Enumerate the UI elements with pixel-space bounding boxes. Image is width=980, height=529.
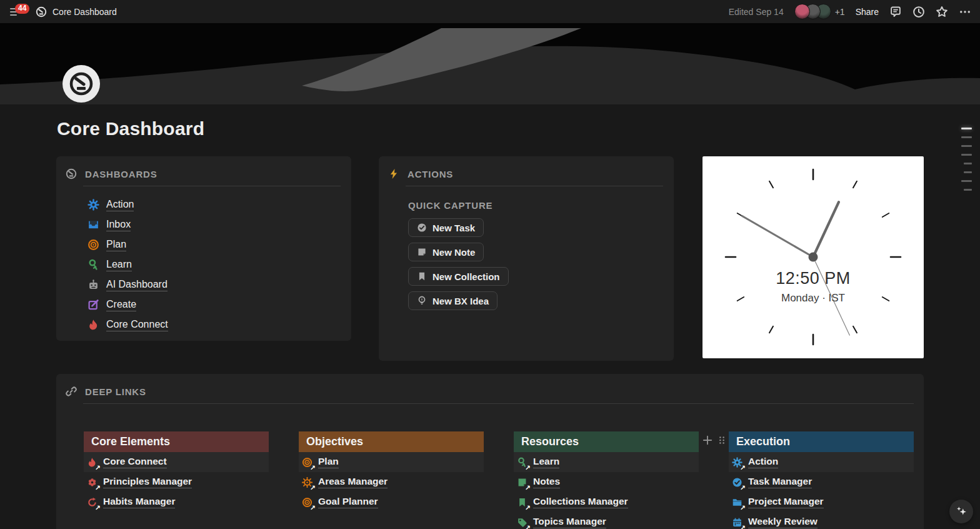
dashboard-link-label[interactable]: Inbox xyxy=(106,218,131,231)
deep-link-label[interactable]: Topics Manager xyxy=(533,516,606,528)
deep-link-label[interactable]: Goal Planner xyxy=(318,496,378,508)
deep-link-label[interactable]: Notes xyxy=(533,476,560,488)
share-button[interactable]: Share xyxy=(856,7,879,17)
page-cover-image[interactable] xyxy=(0,23,980,104)
sidebar-toggle-button[interactable]: 44 xyxy=(9,4,30,19)
outline-dash[interactable] xyxy=(961,154,972,156)
dashboard-link-core-connect[interactable]: Core Connect xyxy=(88,315,351,335)
column-execution: Execution ↗ Action ↗ Task Manager ↗ Proj… xyxy=(729,431,914,529)
deep-link-learn[interactable]: ↗ Learn xyxy=(514,452,699,472)
deep-link-label[interactable]: Action xyxy=(748,456,778,468)
dashboard-link-inbox[interactable]: Inbox xyxy=(88,214,351,234)
deep-link-label[interactable]: Core Connect xyxy=(103,456,167,468)
deep-link-label[interactable]: Plan xyxy=(318,456,339,468)
outline-dash[interactable] xyxy=(961,128,972,129)
quick-capture-new-task-button[interactable]: New Task xyxy=(408,218,484,237)
target-icon xyxy=(88,239,99,251)
deep-link-weekly-review[interactable]: ↗ Weekly Review xyxy=(729,512,914,529)
dashboard-link-label[interactable]: Action xyxy=(106,198,134,211)
dashboard-link-learn[interactable]: Learn xyxy=(88,254,351,275)
page-icon[interactable] xyxy=(62,65,100,103)
deep-link-habits-manager[interactable]: ↗ Habits Manager xyxy=(84,492,269,512)
drag-handle-icon[interactable] xyxy=(717,435,727,445)
last-edited-label: Edited Sep 14 xyxy=(729,7,784,17)
deep-link-label[interactable]: Weekly Review xyxy=(748,516,818,528)
outline-dash[interactable] xyxy=(961,180,972,182)
deep-link-project-manager[interactable]: ↗ Project Manager xyxy=(729,492,914,512)
deep-link-collections-manager[interactable]: ↗ Collections Manager xyxy=(514,492,699,512)
quick-capture-new-collection-button[interactable]: New Collection xyxy=(408,267,509,286)
note-icon xyxy=(417,247,427,257)
avatar-overflow-count[interactable]: +1 xyxy=(835,7,845,17)
external-link-arrow-icon: ↗ xyxy=(740,485,746,491)
column-core-elements: Core Elements ↗ Core Connect ↗ Principle… xyxy=(84,431,269,512)
deep-link-notes[interactable]: ↗ Notes xyxy=(514,472,699,492)
deep-link-label[interactable]: Habits Manager xyxy=(103,496,175,508)
deep-link-label[interactable]: Collections Manager xyxy=(533,496,628,508)
external-link-arrow-icon: ↗ xyxy=(525,465,531,471)
add-column-icon[interactable] xyxy=(702,435,713,446)
button-label: New Note xyxy=(432,247,475,258)
clock-widget[interactable]: 12:50 PM Monday · IST xyxy=(702,156,924,358)
document-outline-indicator[interactable] xyxy=(961,128,972,198)
more-options-icon[interactable] xyxy=(959,6,971,18)
deep-link-goal-planner[interactable]: ↗ Goal Planner xyxy=(299,492,484,512)
dashboard-link-action[interactable]: Action xyxy=(88,194,351,214)
column-header-objectives[interactable]: Objectives xyxy=(299,431,484,452)
external-link-arrow-icon: ↗ xyxy=(95,485,101,491)
favorite-star-icon[interactable] xyxy=(936,6,948,18)
outline-dash[interactable] xyxy=(964,163,972,164)
calendar-icon: ↗ xyxy=(732,517,742,528)
column-title: Objectives xyxy=(306,435,363,448)
dashboard-link-label[interactable]: Plan xyxy=(106,238,126,251)
deep-link-action[interactable]: ↗ Action xyxy=(729,452,914,472)
avatar[interactable] xyxy=(794,4,810,19)
quick-capture-new-bx-idea-button[interactable]: New BX Idea xyxy=(408,291,498,310)
dashboard-link-ai-dashboard[interactable]: AI Dashboard xyxy=(88,275,351,295)
bookmark-icon xyxy=(417,271,427,281)
deep-link-label[interactable]: Learn xyxy=(533,456,559,468)
history-icon[interactable] xyxy=(912,6,925,18)
gauge-icon xyxy=(36,6,47,18)
deep-link-label[interactable]: Project Manager xyxy=(748,496,824,508)
deep-link-label[interactable]: Areas Manager xyxy=(318,476,388,488)
deep-link-areas-manager[interactable]: ↗ Areas Manager xyxy=(299,472,484,492)
outline-dash[interactable] xyxy=(961,136,972,138)
deep-link-plan[interactable]: ↗ Plan xyxy=(299,452,484,472)
column-resources: Resources ↗ Learn ↗ Notes ↗ Collections … xyxy=(514,431,699,529)
deep-link-principles-manager[interactable]: ↗ Principles Manager xyxy=(84,472,269,492)
dashboard-link-label[interactable]: Create xyxy=(106,298,136,311)
gauge-icon xyxy=(66,168,77,179)
column-header-core-elements[interactable]: Core Elements xyxy=(84,431,269,452)
dashboard-link-label[interactable]: Learn xyxy=(106,258,132,271)
gauge-icon xyxy=(69,71,94,96)
avatar-stack[interactable] xyxy=(794,4,831,19)
comments-icon[interactable] xyxy=(889,6,902,18)
flower-icon: ↗ xyxy=(87,477,98,488)
deep-link-core-connect[interactable]: ↗ Core Connect xyxy=(84,452,269,472)
dashboard-link-label[interactable]: Core Connect xyxy=(106,318,168,331)
divider xyxy=(83,186,341,186)
column-header-execution[interactable]: Execution xyxy=(729,431,914,452)
dashboard-link-label[interactable]: AI Dashboard xyxy=(106,278,168,291)
lightning-bolt-icon xyxy=(388,168,399,179)
inbox-icon xyxy=(88,219,99,231)
breadcrumb-page-title[interactable]: Core Dashboard xyxy=(52,7,117,17)
outline-dash[interactable] xyxy=(961,145,972,147)
deep-link-topics-manager[interactable]: ↗ Topics Manager xyxy=(514,512,699,529)
quick-capture-new-note-button[interactable]: New Note xyxy=(408,243,484,261)
ai-assistant-button[interactable] xyxy=(949,500,973,523)
outline-dash[interactable] xyxy=(964,171,972,173)
column-header-resources[interactable]: Resources xyxy=(514,431,699,452)
dashboard-link-create[interactable]: Create xyxy=(88,295,351,315)
actions-card: ACTIONS QUICK CAPTURE New Task New Note … xyxy=(379,156,674,361)
external-link-arrow-icon: ↗ xyxy=(525,505,531,511)
dashboard-link-plan[interactable]: Plan xyxy=(88,234,351,254)
divider xyxy=(406,186,663,186)
column-title: Core Elements xyxy=(91,435,170,448)
flame-icon: ↗ xyxy=(87,457,98,468)
deep-link-label[interactable]: Task Manager xyxy=(748,476,812,488)
deep-link-label[interactable]: Principles Manager xyxy=(103,476,192,488)
deep-link-task-manager[interactable]: ↗ Task Manager xyxy=(729,472,914,492)
outline-dash[interactable] xyxy=(964,189,972,191)
